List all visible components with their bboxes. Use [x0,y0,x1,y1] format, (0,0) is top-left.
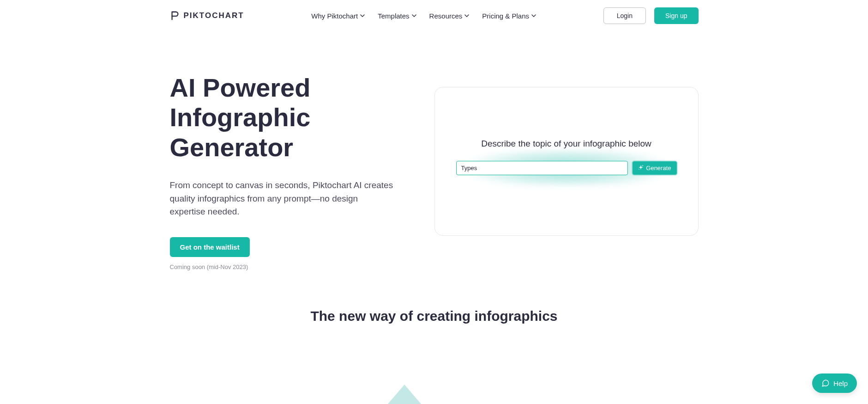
nav-why-piktochart[interactable]: Why Piktochart [311,12,365,20]
card-prompt: Describe the topic of your infographic b… [481,139,651,149]
svg-point-0 [642,165,643,166]
logo[interactable]: PIKTOCHART [170,11,244,21]
chevron-down-icon [464,13,469,18]
nav-label: Resources [429,12,463,20]
chat-icon [821,379,830,387]
main-nav: Why Piktochart Templates Resources Prici… [311,12,536,20]
svg-point-1 [639,169,639,169]
header: PIKTOCHART Why Piktochart Templates Reso… [170,0,699,31]
section-heading: The new way of creating infographics [170,308,699,324]
nav-templates[interactable]: Templates [378,12,416,20]
generator-card: Describe the topic of your infographic b… [434,87,699,236]
input-row: Generate [456,161,677,175]
auth-area: Login Sign up [603,7,699,24]
logo-text: PIKTOCHART [184,11,244,20]
sparkle-icon [638,165,644,171]
chevron-down-icon [531,13,536,18]
nav-resources[interactable]: Resources [429,12,470,20]
hero-section: AI Powered Infographic Generator From co… [170,31,699,270]
help-button[interactable]: Help [812,373,857,393]
coming-soon-note: Coming soon (mid-Nov 2023) [170,263,410,270]
generate-button[interactable]: Generate [633,161,676,175]
topic-input[interactable] [456,161,628,175]
help-label: Help [833,380,848,387]
login-button[interactable]: Login [603,7,646,24]
logo-icon [170,11,180,21]
chevron-down-icon [360,13,365,18]
chevron-down-icon [412,13,416,18]
nav-label: Why Piktochart [311,12,358,20]
decorative-triangle [388,385,421,404]
nav-label: Pricing & Plans [482,12,529,20]
generate-label: Generate [646,165,671,171]
hero-title: AI Powered Infographic Generator [170,73,410,162]
signup-button[interactable]: Sign up [654,7,698,24]
waitlist-button[interactable]: Get on the waitlist [170,237,250,257]
nav-label: Templates [378,12,409,20]
hero-left: AI Powered Infographic Generator From co… [170,73,410,270]
hero-description: From concept to canvas in seconds, Pikto… [170,179,396,219]
nav-pricing[interactable]: Pricing & Plans [482,12,536,20]
